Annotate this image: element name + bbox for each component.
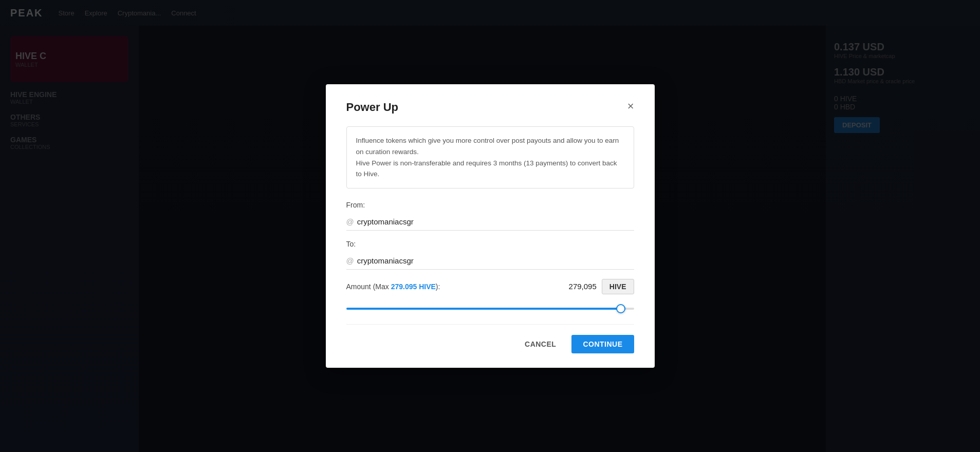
amount-value: 279,095 [569, 282, 597, 291]
amount-label: Amount (Max 279.095 HIVE): [346, 282, 440, 291]
from-label: From: [346, 201, 634, 209]
modal-header: Power Up × [346, 101, 634, 114]
power-up-modal: Power Up × Influence tokens which give y… [326, 84, 655, 367]
from-input-wrap: @ [346, 213, 634, 231]
close-button[interactable]: × [627, 101, 634, 112]
currency-button[interactable]: HIVE [602, 279, 634, 294]
to-input-wrap: @ [346, 252, 634, 270]
amount-slider[interactable] [346, 308, 634, 310]
amount-row: Amount (Max 279.095 HIVE): 279,095 HIVE [346, 279, 634, 294]
to-input[interactable] [357, 256, 634, 265]
amount-max-link[interactable]: 279.095 HIVE [391, 282, 436, 291]
continue-button[interactable]: CONTINUE [571, 335, 634, 353]
modal-divider [346, 324, 634, 325]
from-field-group: From: @ [346, 201, 634, 231]
info-box: Influence tokens which give you more con… [346, 126, 634, 188]
to-label: To: [346, 240, 634, 248]
slider-wrap [346, 303, 634, 312]
modal-footer: CANCEL CONTINUE [346, 335, 634, 353]
modal-overlay: Power Up × Influence tokens which give y… [0, 0, 980, 452]
modal-title: Power Up [346, 101, 398, 114]
from-input[interactable] [357, 217, 634, 226]
cancel-button[interactable]: CANCEL [515, 335, 565, 353]
info-text-line2: Hive Power is non-transferable and requi… [356, 158, 624, 180]
from-at-icon: @ [346, 217, 354, 226]
to-at-icon: @ [346, 256, 354, 265]
to-field-group: To: @ [346, 240, 634, 270]
info-text-line1: Influence tokens which give you more con… [356, 135, 624, 157]
